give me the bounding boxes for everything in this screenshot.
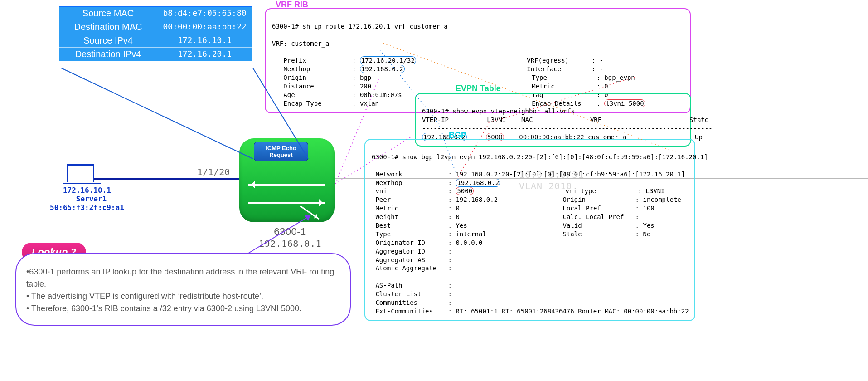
- pkt-dst-mac-label: Destination MAC: [59, 20, 157, 34]
- server-label: 172.16.10.1 Server1 50:65:f3:2f:c9:a1: [50, 186, 124, 212]
- bgp-nexthop: 192.168.0.2: [456, 179, 500, 187]
- pkt-src-mac-label: Source MAC: [59, 7, 157, 20]
- rib-origin: bgp: [360, 74, 371, 81]
- bgp-vni: 5000: [456, 187, 474, 195]
- rib-nexthop: 192.168.0.2: [360, 65, 405, 73]
- svg-line-0: [61, 68, 253, 159]
- link-line: [94, 178, 239, 180]
- bgp-cmd: 6300-1# show bgp l2vpn evpn 192.168.0.2:…: [372, 153, 708, 161]
- bgp-oid: 0.0.0.0: [456, 239, 482, 246]
- lookup-b2: The advertising VTEP is configured with …: [31, 292, 263, 301]
- lookup-b3: Therefore, 6300-1’s RIB contains a /32 e…: [31, 304, 301, 313]
- bgp-lpref: 100: [643, 205, 654, 212]
- switch-arrow-right-icon: [248, 202, 325, 204]
- pkt-dst-mac-value: 00:00:00:aa:bb:22: [157, 20, 252, 34]
- pkt-dst-ip-label: Destination IPv4: [59, 48, 157, 61]
- icmp-badge: ICMP Echo Request: [254, 142, 308, 161]
- pkt-src-mac-value: b8:d4:e7:05:65:80: [157, 7, 252, 20]
- evpn-h3: MAC: [521, 116, 533, 123]
- bgp-metric: 0: [456, 205, 459, 212]
- vrf-rib-vrf: VRF: customer_a: [272, 40, 329, 47]
- evpn-h5: State: [689, 116, 708, 123]
- switch-label: 6300-1 192.168.0.1: [254, 226, 326, 249]
- bgp-panel: 6300-1# show bgp l2vpn evpn 192.168.0.2:…: [364, 139, 695, 321]
- server-ip: 172.16.10.1: [63, 186, 111, 195]
- switch-arrow-left-icon: [248, 184, 325, 186]
- evpn-state: Up: [695, 133, 703, 141]
- lookup-bubble: •6300-1 performs an IP lookup for the de…: [15, 253, 351, 326]
- pkt-src-ip-label: Source IPv4: [59, 34, 157, 47]
- rib-intf: -: [599, 65, 603, 73]
- server-icon: [67, 164, 94, 182]
- pkt-src-ip-value: 172.16.10.1: [157, 34, 252, 47]
- rib-age: 00h:01m:07s: [360, 91, 402, 98]
- bgp-best: Yes: [456, 222, 467, 229]
- rib-encap: vxlan: [360, 100, 379, 107]
- server-name: Server1: [76, 195, 107, 203]
- bgp-stale: No: [643, 230, 650, 238]
- rib-vrfe: -: [599, 57, 603, 64]
- evpn-h4: VRF: [590, 116, 601, 123]
- rib-metric: 0: [604, 83, 608, 90]
- evpn-h1: VTEP-IP: [422, 116, 449, 123]
- switch-arrow-diag-icon: [300, 205, 320, 220]
- bgp-type: internal: [456, 230, 486, 238]
- bgp-weight: 0: [456, 213, 459, 220]
- bgp-ext: RT: 65001:1 RT: 65001:268436476 Router M…: [456, 308, 689, 315]
- bgp-net: 192.168.0.2:20-[2]:[0]:[0]:[48:0f:cf:b9:…: [456, 171, 685, 178]
- vrf-rib-cmd: 6300-1# sh ip route 172.16.20.1 vrf cust…: [272, 23, 448, 30]
- port-label: 1/1/20: [197, 166, 230, 177]
- lookup-b1: 6300-1 performs an IP lookup for the des…: [26, 267, 334, 288]
- lookup-text: •6300-1 performs an IP lookup for the de…: [26, 266, 340, 315]
- switch-loopback: 192.168.0.1: [259, 238, 321, 249]
- evpn-title: EVPN Table: [456, 84, 501, 93]
- bgp-vnitype: L3VNI: [645, 187, 664, 195]
- rib-dist: 200: [360, 83, 371, 90]
- switch-name: 6300-1: [274, 226, 306, 237]
- evpn-h2: L3VNI: [487, 116, 506, 123]
- server-mac: 50:65:f3:2f:c9:a1: [50, 203, 124, 212]
- rib-prefix: 172.16.20.1/32: [360, 56, 416, 64]
- evpn-cmd: 6300-1# show evpn vtep-neighbor all-vrfs: [422, 107, 575, 115]
- bgp-valid: Yes: [643, 222, 654, 229]
- bgp-peer: 192.168.0.2: [456, 196, 498, 203]
- rib-type: bgp_evpn: [604, 74, 635, 81]
- bgp-origin: incomplete: [643, 196, 681, 203]
- pkt-dst-ip-value: 172.16.20.1: [157, 48, 252, 61]
- packet-header-table: Source MAC b8:d4:e7:05:65:80 Destination…: [59, 6, 252, 61]
